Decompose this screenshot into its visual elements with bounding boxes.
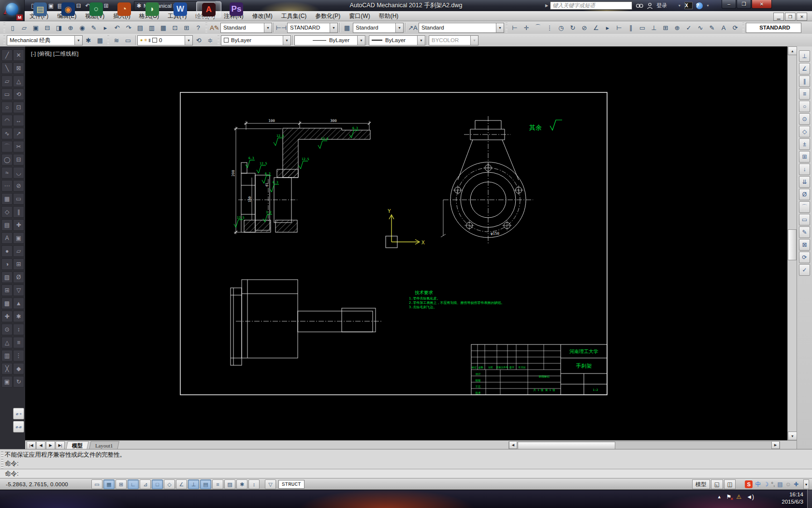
dimension-toolbar-icon[interactable]: ∥ xyxy=(625,22,636,33)
palette-tool-icon[interactable]: ◯ xyxy=(1,154,13,165)
palette-tool-icon[interactable]: ◆ xyxy=(13,363,24,374)
palette-tool-icon[interactable]: ↗ xyxy=(13,128,24,139)
standard-toolbar-icon[interactable]: ↶ xyxy=(112,22,122,33)
status-toggle-4[interactable]: ⊿ xyxy=(140,479,151,489)
bulb-icon[interactable]: ● xyxy=(140,38,143,43)
scroll-up-icon[interactable]: ▲ xyxy=(788,46,797,55)
palette-tool-icon[interactable]: ⟲ xyxy=(13,89,24,100)
sun-icon[interactable]: ✳ xyxy=(144,38,147,43)
status-menu-icon[interactable]: ▾ xyxy=(803,479,809,489)
palette-tool-icon[interactable]: ▤ xyxy=(1,219,13,231)
status-toggle-8[interactable]: ⊥ xyxy=(188,479,199,489)
toolbar-grip[interactable] xyxy=(107,35,109,45)
dimension-toolbar-icon[interactable]: ⊘ xyxy=(579,22,590,33)
table-style-icon[interactable]: ▦ xyxy=(342,22,352,33)
palette-tool-icon[interactable]: ● xyxy=(1,245,13,257)
palette-tool-icon[interactable]: ⊙ xyxy=(1,324,13,335)
palette-tool-icon[interactable]: ▣ xyxy=(13,232,24,244)
palette-tool-icon[interactable]: ⊡ xyxy=(13,102,24,113)
search-input[interactable]: 键入关键字或短语 xyxy=(550,1,632,10)
palette-tool-icon[interactable]: ∥ xyxy=(13,206,24,218)
ime-icon[interactable]: ✚ xyxy=(794,481,798,488)
chevron-down-icon[interactable]: ▼ xyxy=(185,36,192,45)
menu-11[interactable]: 窗口(W) xyxy=(345,11,374,21)
palette-tool-icon[interactable]: ◑ xyxy=(1,258,13,270)
palette-tool-icon[interactable]: ▦ xyxy=(1,193,13,205)
chevron-down-icon[interactable]: ▼ xyxy=(395,23,403,32)
chevron-down-icon[interactable]: ▼ xyxy=(74,36,82,45)
dimension-toolbar-icon[interactable]: ▸ xyxy=(602,22,613,33)
right-palette-tool-icon[interactable]: ∠ xyxy=(799,63,810,75)
dim-style-combo[interactable]: STANDARD▼ xyxy=(287,23,338,33)
command-panel[interactable]: 不能保证应用程序兼容性或此文件的完整性。 命令: 命令: xyxy=(0,449,812,478)
palette-tool-icon[interactable]: ✚ xyxy=(13,219,24,231)
standard-toolbar-icon[interactable]: ↷ xyxy=(123,22,134,33)
right-palette-tool-icon[interactable]: ⇊ xyxy=(799,176,810,188)
status-toggle-2[interactable]: ⊞ xyxy=(116,479,127,489)
status-toggle-0[interactable]: ▭ xyxy=(91,479,102,489)
toolbar-grip[interactable] xyxy=(742,23,744,32)
status-toggle-10[interactable]: ≡ xyxy=(212,479,223,489)
palette-tool-icon[interactable]: ∿ xyxy=(1,128,13,139)
ime-icon[interactable]: S xyxy=(745,480,753,488)
doc-minimize-button[interactable]: ▁ xyxy=(773,13,784,21)
chevron-down-icon[interactable]: ▼ xyxy=(283,36,290,45)
chevron-down-icon[interactable]: ▼ xyxy=(357,36,365,45)
status-toggle-5[interactable]: □ xyxy=(152,479,163,489)
status-toggle-9[interactable]: ▤ xyxy=(200,479,211,489)
command-input[interactable]: 命令: xyxy=(0,469,812,478)
right-palette-tool-icon[interactable]: ▭ xyxy=(799,214,810,225)
palette-tool-icon[interactable]: ▥ xyxy=(1,350,13,361)
right-palette-tool-icon[interactable]: ✎ xyxy=(799,226,810,238)
lineweight-combo[interactable]: ByLayer ▼ xyxy=(369,35,425,45)
palette-tool-icon[interactable]: ≈ xyxy=(1,167,13,179)
model-space-button[interactable]: 模型 xyxy=(692,479,710,489)
palette-tool-icon[interactable]: ▱ xyxy=(1,75,13,87)
right-palette-tool-icon[interactable]: ⊥ xyxy=(799,50,810,62)
volume-icon[interactable]: ◄) xyxy=(746,493,754,500)
palette-tool-icon[interactable]: ⋮ xyxy=(13,350,24,361)
taskbar-app-3[interactable]: ◔ xyxy=(112,1,136,17)
standard-toolbar-icon[interactable]: ⊞ xyxy=(181,22,192,33)
scroll-left-icon[interactable]: ◀ xyxy=(509,441,517,449)
chevron-down-icon[interactable]: ▼ xyxy=(496,23,504,32)
text-style-combo[interactable]: Standard▼ xyxy=(220,23,272,33)
layer-color-swatch[interactable] xyxy=(152,38,157,43)
palette-tool-icon[interactable]: ▲ xyxy=(13,298,24,309)
standard-toolbar-icon[interactable]: ▸ xyxy=(100,22,111,33)
ime-icon[interactable]: ▤ xyxy=(777,481,783,488)
horizontal-scroll-thumb[interactable] xyxy=(518,442,615,449)
right-palette-tool-icon[interactable]: ⟳ xyxy=(799,252,810,263)
chevron-down-icon[interactable]: ▼ xyxy=(417,36,425,45)
status-toggle-6[interactable]: ◇ xyxy=(164,479,175,489)
status-toggle-11[interactable]: ▨ xyxy=(224,479,235,489)
right-palette-tool-icon[interactable]: Ø xyxy=(799,189,810,200)
dimension-toolbar-icon[interactable]: ◷ xyxy=(556,22,566,33)
standard-toolbar-icon[interactable]: ⊕ xyxy=(65,22,76,33)
standard-toolbar-icon[interactable]: ▯ xyxy=(7,22,18,33)
right-palette-tool-icon[interactable]: ⊙ xyxy=(799,113,810,125)
menu-8[interactable]: 修改(M) xyxy=(248,11,277,21)
clock[interactable]: 16:14 2015/6/3 xyxy=(782,491,803,506)
right-palette-tool-icon[interactable]: ⊞ xyxy=(799,151,810,163)
status-toggle-7[interactable]: ∠ xyxy=(176,479,187,489)
dimension-toolbar-icon[interactable]: ⊢ xyxy=(614,22,624,33)
taskbar-app-0[interactable]: ▤ xyxy=(28,1,52,17)
taskbar-app-7[interactable]: Ps xyxy=(224,1,248,17)
vertical-scroll-thumb[interactable] xyxy=(788,229,797,260)
menu-10[interactable]: 参数化(P) xyxy=(311,11,345,21)
scroll-right-icon[interactable]: ▶ xyxy=(771,441,780,449)
palette-tool-icon[interactable]: ✂ xyxy=(13,141,24,152)
palette-tool-icon[interactable]: ╲ xyxy=(1,62,13,74)
palette-tool-icon[interactable]: ø⇢ xyxy=(13,408,24,419)
ime-icon[interactable]: °, xyxy=(771,481,775,488)
dimension-toolbar-icon[interactable]: ⟳ xyxy=(730,22,740,33)
chevron-down-icon[interactable]: ▼ xyxy=(330,23,337,32)
palette-tool-icon[interactable]: ↻ xyxy=(13,376,24,388)
palette-tool-icon[interactable]: ▱ xyxy=(13,245,24,257)
status-toggle-1[interactable]: ▦ xyxy=(103,479,115,489)
dimension-toolbar-icon[interactable]: ⊢ xyxy=(509,22,520,33)
tab-nav-button[interactable]: ▶ xyxy=(46,441,55,449)
toolbar-grip[interactable] xyxy=(3,23,5,32)
warning-icon[interactable]: ⚠ xyxy=(736,493,741,500)
